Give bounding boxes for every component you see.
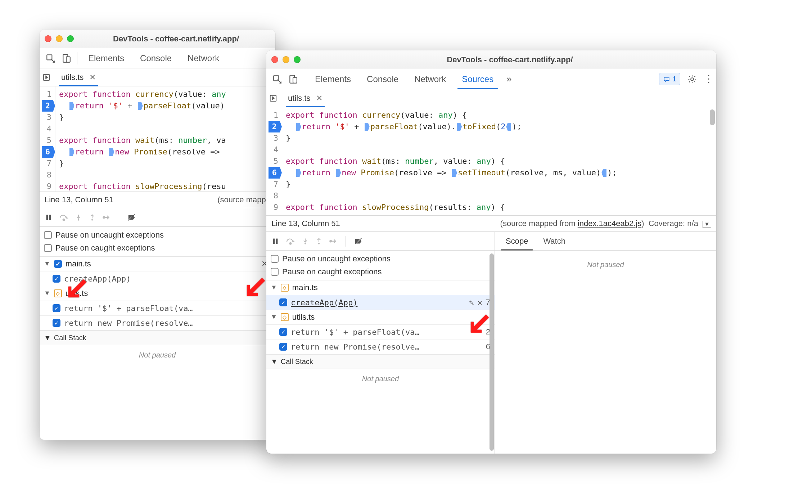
breakpoint-file-utils[interactable]: ▼ ◇ utils.ts xyxy=(266,310,495,325)
deactivate-breakpoints-icon[interactable] xyxy=(354,237,363,245)
breakpoint-file-main[interactable]: ▼ ◇ main.ts xyxy=(266,280,495,295)
scrollbar[interactable] xyxy=(490,253,494,451)
close-icon[interactable]: ✕ xyxy=(316,94,322,103)
close-icon[interactable]: ✕ xyxy=(478,298,482,307)
source-map-info: (source mapped from index.1ac4eab2.js) C… xyxy=(500,219,711,228)
tab-scope[interactable]: Scope xyxy=(499,232,535,250)
breakpoint-checkbox-icon[interactable]: ✓ xyxy=(279,343,287,351)
file-tab-utils[interactable]: utils.ts ✕ xyxy=(286,89,325,107)
navigator-toggle-icon[interactable] xyxy=(269,94,281,102)
file-name: utils.ts xyxy=(66,289,88,298)
mapped-link[interactable]: index.1ac4eab2.js xyxy=(578,219,641,228)
issues-badge[interactable]: 1 xyxy=(659,73,680,85)
svg-point-15 xyxy=(691,78,694,81)
line-gutter[interactable]: 1 2 3 4 5 6 7 8 9 xyxy=(40,86,55,192)
breakpoint-checkbox-icon[interactable]: ✓ xyxy=(53,275,60,283)
line-gutter[interactable]: 1 2 3 4 5 6 7 8 9 xyxy=(266,107,282,215)
gear-icon[interactable] xyxy=(685,69,700,89)
inspect-icon[interactable] xyxy=(43,48,58,68)
pause-icon[interactable] xyxy=(45,213,53,221)
zoom-icon[interactable] xyxy=(67,35,74,42)
tab-network[interactable]: Network xyxy=(180,48,226,68)
file-tab-utils[interactable]: utils.ts ✕ xyxy=(59,68,98,86)
callstack-header[interactable]: ▼ Call Stack xyxy=(40,330,275,345)
cursor-position: Line 13, Column 51 xyxy=(45,195,113,204)
device-toggle-icon[interactable] xyxy=(286,69,300,89)
breakpoint-file-main[interactable]: ▼ ✓ main.ts ✕ xyxy=(40,257,275,271)
breakpoint-item[interactable]: ✓ createApp(App) ✎ ✕ 7 xyxy=(266,295,495,310)
minimize-icon[interactable] xyxy=(56,35,63,42)
cursor-position: Line 13, Column 51 xyxy=(271,219,340,228)
breakpoint-checkbox-icon[interactable]: ✓ xyxy=(53,304,60,312)
edit-icon[interactable]: ✎ xyxy=(469,298,474,307)
tab-network[interactable]: Network xyxy=(407,69,453,89)
breakpoint-item[interactable]: ✓ return new Promise(resolve… 6 xyxy=(266,339,495,354)
breakpoint-item[interactable]: ✓ return '$' + parseFloat(va… 2 xyxy=(266,325,495,339)
more-tabs-icon[interactable]: » xyxy=(502,69,516,89)
debugger-panel: Pause on uncaught exceptions Pause on ca… xyxy=(266,232,716,454)
breakpoint-checkbox-icon[interactable]: ✓ xyxy=(279,298,287,306)
kebab-icon[interactable]: ⋮ xyxy=(701,69,716,89)
step-icon[interactable] xyxy=(329,237,338,245)
zoom-icon[interactable] xyxy=(294,56,301,63)
close-icon[interactable]: ✕ xyxy=(89,73,96,82)
close-icon[interactable] xyxy=(271,56,278,63)
device-toggle-icon[interactable] xyxy=(59,48,73,68)
tab-elements[interactable]: Elements xyxy=(81,48,131,68)
traffic-lights xyxy=(271,56,301,63)
scrollbar[interactable] xyxy=(709,109,716,213)
tab-elements[interactable]: Elements xyxy=(308,69,358,89)
step-into-icon[interactable] xyxy=(75,213,82,221)
pause-icon[interactable] xyxy=(271,237,279,245)
close-icon[interactable] xyxy=(45,35,51,42)
code-editor[interactable]: 1 2 3 4 5 6 7 8 9 export function curren… xyxy=(266,107,716,215)
deactivate-breakpoints-icon[interactable] xyxy=(127,213,136,221)
breakpoints-pane: Pause on uncaught exceptions Pause on ca… xyxy=(40,208,275,440)
callstack-header[interactable]: ▼ Call Stack xyxy=(266,354,495,369)
not-paused-label: Not paused xyxy=(266,369,495,389)
breakpoint-text: return new Promise(resolve… xyxy=(291,342,482,351)
breakpoint-checkbox-icon[interactable]: ✓ xyxy=(279,328,287,336)
code-content[interactable]: export function currency(value: any retu… xyxy=(55,86,275,192)
file-checkbox-icon[interactable]: ✓ xyxy=(54,260,62,268)
pause-uncaught-label: Pause on uncaught exceptions xyxy=(55,230,164,239)
titlebar: DevTools - coffee-cart.netlify.app/ xyxy=(40,30,275,48)
scope-watch-tabs: Scope Watch xyxy=(495,232,716,251)
tab-console[interactable]: Console xyxy=(360,69,406,89)
minimize-icon[interactable] xyxy=(283,56,289,63)
not-paused-label: Not paused xyxy=(40,345,275,365)
callstack-label: Call Stack xyxy=(281,357,313,366)
file-tab-label: utils.ts xyxy=(288,94,310,103)
breakpoint-file-utils[interactable]: ▼ ◇ utils.ts xyxy=(40,286,275,301)
debugger-panel: Pause on uncaught exceptions Pause on ca… xyxy=(40,208,275,440)
pause-caught-checkbox[interactable]: Pause on caught exceptions xyxy=(44,243,271,253)
breakpoint-item[interactable]: ✓ return new Promise(resolve… 6 xyxy=(40,316,275,330)
step-over-icon[interactable] xyxy=(59,213,68,221)
breakpoint-item[interactable]: ✓ createApp(App) 7 xyxy=(40,271,275,286)
step-icon[interactable] xyxy=(102,213,111,221)
pause-caught-checkbox[interactable]: Pause on caught exceptions xyxy=(271,267,490,276)
pause-options: Pause on uncaught exceptions Pause on ca… xyxy=(266,251,495,280)
pause-uncaught-checkbox[interactable]: Pause on uncaught exceptions xyxy=(271,254,490,264)
pause-caught-label: Pause on caught exceptions xyxy=(282,267,382,276)
tab-sources[interactable]: Sources xyxy=(455,69,501,89)
step-over-icon[interactable] xyxy=(286,237,295,245)
breakpoint-text: return '$' + parseFloat(va… xyxy=(291,328,482,337)
code-content[interactable]: export function currency(value: any) { r… xyxy=(282,107,716,215)
svg-point-6 xyxy=(63,219,65,221)
code-editor[interactable]: 1 2 3 4 5 6 7 8 9 export function curren… xyxy=(40,86,275,192)
file-name: main.ts xyxy=(292,283,318,292)
inspect-icon[interactable] xyxy=(270,69,284,89)
tab-console[interactable]: Console xyxy=(133,48,179,68)
tab-watch[interactable]: Watch xyxy=(536,232,573,250)
collapse-icon[interactable]: ▼ xyxy=(703,221,711,228)
file-type-icon: ◇ xyxy=(54,289,62,297)
pause-uncaught-checkbox[interactable]: Pause on uncaught exceptions xyxy=(44,230,271,240)
step-out-icon[interactable] xyxy=(89,213,96,221)
step-into-icon[interactable] xyxy=(302,237,309,245)
breakpoint-item[interactable]: ✓ return '$' + parseFloat(va… 2 xyxy=(40,301,275,316)
titlebar: DevTools - coffee-cart.netlify.app/ xyxy=(266,50,716,69)
navigator-toggle-icon[interactable] xyxy=(42,73,55,81)
step-out-icon[interactable] xyxy=(315,237,322,245)
breakpoint-checkbox-icon[interactable]: ✓ xyxy=(53,319,60,327)
